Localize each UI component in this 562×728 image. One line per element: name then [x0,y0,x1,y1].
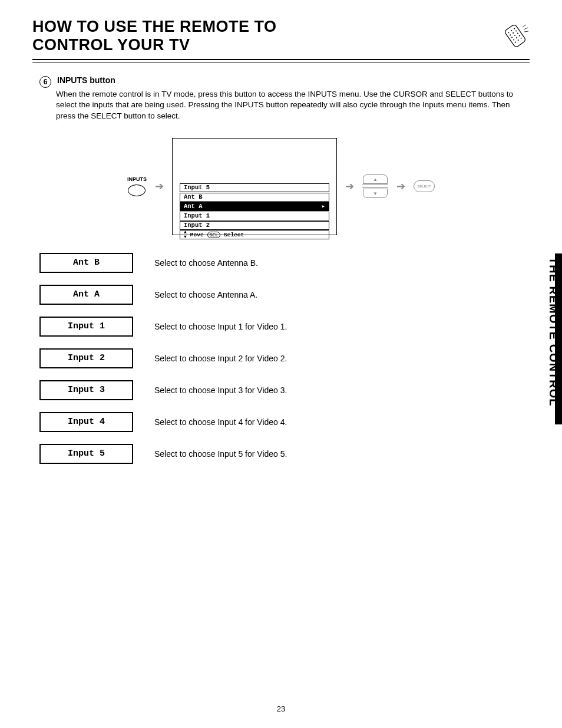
option-desc: Select to choose Input 3 for Video 3. [154,386,287,395]
divider [32,62,530,62]
option-desc: Select to choose Antenna A. [154,290,257,299]
menu-item: Ant A▸ [180,202,329,211]
option-desc: Select to choose Input 2 for Video 2. [154,354,287,363]
option-row: Input 1Select to choose Input 1 for Vide… [39,317,530,337]
menu-item: Ant B [180,193,329,202]
option-desc: Select to choose Antenna B. [154,258,258,268]
tv-screen: Input 5Ant BAnt A▸Input 1Input 2▲▼MoveSE… [172,138,337,235]
divider [32,59,530,60]
option-box: Input 1 [39,317,133,337]
option-row: Input 4Select to choose Input 4 for Vide… [39,412,530,432]
inputs-button-icon [128,185,146,196]
menu-item: Input 1 [180,212,329,220]
option-desc: Select to choose Input 5 for Video 5. [154,449,287,459]
option-box: Input 3 [39,380,133,400]
menu-footer: ▲▼MoveSELSelect [180,230,329,239]
inputs-button-graphic: INPUTS [127,176,147,196]
menu-item: Input 2 [180,221,329,230]
option-row: Ant ASelect to choose Antenna A. [39,285,530,305]
option-box: Input 5 [39,444,133,464]
option-list: Ant BSelect to choose Antenna B.Ant ASel… [39,253,530,464]
step-number: 6 [39,76,51,88]
option-row: Ant BSelect to choose Antenna B. [39,253,530,273]
option-box: Ant B [39,253,133,273]
option-row: Input 2Select to choose Input 2 for Vide… [39,348,530,368]
option-desc: Select to choose Input 4 for Video 4. [154,417,287,427]
option-row: Input 5Select to choose Input 5 for Vide… [39,444,530,464]
select-button-icon: SELECT [414,180,435,192]
arrow-icon: ➔ [155,180,164,193]
option-box: Input 4 [39,412,133,432]
side-tab-bar [555,253,562,424]
section-body: When the remote control is in TV mode, p… [56,89,530,121]
inputs-button-label: INPUTS [127,176,147,182]
cursor-updown-icon: ▲ ▼ [362,174,388,198]
page-number: 23 [0,704,562,713]
option-box: Ant A [39,285,133,305]
option-box: Input 2 [39,348,133,368]
arrow-icon: ➔ [396,180,405,193]
remote-icon [500,24,530,50]
menu-item: Input 5 [180,183,329,192]
flow-diagram: INPUTS ➔ Input 5Ant BAnt A▸Input 1Input … [32,138,530,235]
option-desc: Select to choose Input 1 for Video 1. [154,322,287,331]
section-title: INPUTS button [57,75,115,85]
option-row: Input 3Select to choose Input 3 for Vide… [39,380,530,400]
arrow-icon: ➔ [345,180,354,193]
page-title: HOW TO USE THE REMOTE TO CONTROL YOUR TV [32,18,327,54]
